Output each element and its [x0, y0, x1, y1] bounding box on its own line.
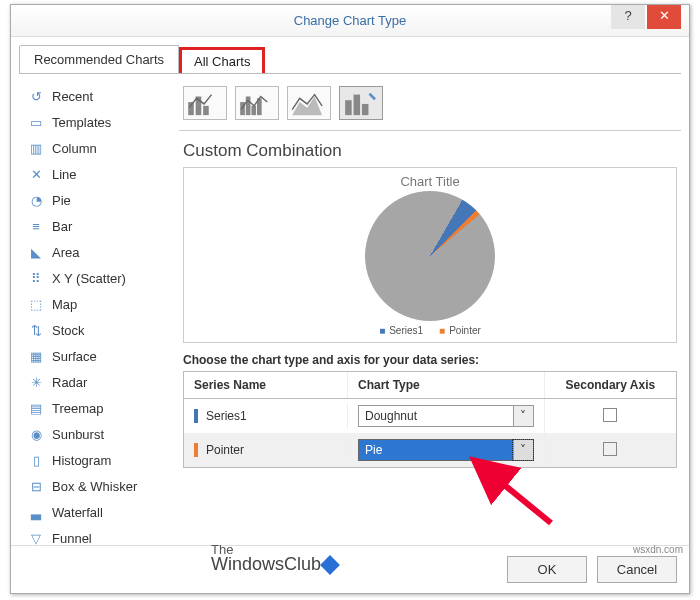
bar-icon: ≡ — [28, 218, 44, 234]
choose-label: Choose the chart type and axis for your … — [183, 353, 677, 367]
sidebar-item-label: Surface — [52, 349, 97, 364]
main-area: ↺Recent ▭Templates ▥Column ✕Line ◔Pie ≡B… — [11, 74, 689, 545]
sidebar-item-label: Column — [52, 141, 97, 156]
table-row: Pointer Pie ˅ — [184, 433, 676, 467]
secondary-axis-checkbox-pointer[interactable] — [603, 442, 617, 456]
chart-title: Chart Title — [190, 174, 670, 189]
svg-rect-0 — [188, 102, 194, 115]
pie-preview — [365, 191, 495, 321]
sidebar-item-label: Radar — [52, 375, 87, 390]
sunburst-icon: ◉ — [28, 426, 44, 442]
legend-pointer: Pointer — [439, 325, 481, 336]
combo-thumb-2[interactable] — [235, 86, 279, 120]
combo-thumb-custom[interactable] — [339, 86, 383, 120]
sidebar-item-scatter[interactable]: ⠿X Y (Scatter) — [20, 265, 170, 291]
funnel-icon: ▽ — [28, 530, 44, 545]
svg-rect-2 — [203, 106, 209, 115]
column-icon: ▥ — [28, 140, 44, 156]
svg-rect-4 — [246, 96, 251, 115]
sidebar-item-waterfall[interactable]: ▃Waterfall — [20, 499, 170, 525]
sidebar-item-label: Box & Whisker — [52, 479, 137, 494]
dropdown-value: Doughnut — [359, 406, 513, 426]
sidebar-item-histogram[interactable]: ▯Histogram — [20, 447, 170, 473]
sidebar-item-label: Stock — [52, 323, 85, 338]
scatter-icon: ⠿ — [28, 270, 44, 286]
ok-button[interactable]: OK — [507, 556, 587, 583]
treemap-icon: ▤ — [28, 400, 44, 416]
sidebar-item-bar[interactable]: ≡Bar — [20, 213, 170, 239]
stock-icon: ⇅ — [28, 322, 44, 338]
sidebar-item-sunburst[interactable]: ◉Sunburst — [20, 421, 170, 447]
sidebar-item-stock[interactable]: ⇅Stock — [20, 317, 170, 343]
sidebar-item-radar[interactable]: ✳Radar — [20, 369, 170, 395]
series-swatch-blue — [194, 409, 198, 423]
dialog-title: Change Chart Type — [294, 13, 407, 28]
sidebar-item-label: Funnel — [52, 531, 92, 546]
chart-category-sidebar: ↺Recent ▭Templates ▥Column ✕Line ◔Pie ≡B… — [19, 82, 171, 537]
chart-legend: Series1 Pointer — [190, 325, 670, 336]
waterfall-icon: ▃ — [28, 504, 44, 520]
sidebar-item-area[interactable]: ◣Area — [20, 239, 170, 265]
sidebar-item-label: X Y (Scatter) — [52, 271, 126, 286]
chart-type-dropdown-pointer[interactable]: Pie ˅ — [358, 439, 534, 461]
radar-icon: ✳ — [28, 374, 44, 390]
sidebar-item-label: Bar — [52, 219, 72, 234]
secondary-axis-cell — [545, 402, 676, 431]
series-swatch-orange — [194, 443, 198, 457]
legend-series1: Series1 — [379, 325, 423, 336]
sidebar-item-column[interactable]: ▥Column — [20, 135, 170, 161]
combo-thumb-1[interactable] — [183, 86, 227, 120]
table-header: Series Name Chart Type Secondary Axis — [184, 372, 676, 399]
sidebar-item-label: Waterfall — [52, 505, 103, 520]
secondary-axis-checkbox-series1[interactable] — [603, 408, 617, 422]
tabs: Recommended Charts All Charts — [11, 37, 689, 73]
line-icon: ✕ — [28, 166, 44, 182]
sidebar-item-box-whisker[interactable]: ⊟Box & Whisker — [20, 473, 170, 499]
secondary-axis-cell — [545, 436, 676, 465]
help-button[interactable]: ? — [611, 5, 645, 29]
chart-type-cell: Doughnut ˅ — [348, 399, 545, 433]
chart-type-dropdown-series1[interactable]: Doughnut ˅ — [358, 405, 534, 427]
series-name-cell: Pointer — [184, 437, 348, 464]
chart-type-cell: Pie ˅ — [348, 433, 545, 467]
sidebar-item-line[interactable]: ✕Line — [20, 161, 170, 187]
sidebar-item-label: Line — [52, 167, 77, 182]
sidebar-item-label: Pie — [52, 193, 71, 208]
sidebar-item-label: Treemap — [52, 401, 104, 416]
dialog-footer: OK Cancel — [11, 545, 689, 593]
sidebar-item-pie[interactable]: ◔Pie — [20, 187, 170, 213]
sidebar-item-label: Map — [52, 297, 77, 312]
sidebar-item-label: Area — [52, 245, 79, 260]
map-icon: ⬚ — [28, 296, 44, 312]
sidebar-item-surface[interactable]: ▦Surface — [20, 343, 170, 369]
table-row: Series1 Doughnut ˅ — [184, 399, 676, 433]
box-whisker-icon: ⊟ — [28, 478, 44, 494]
sidebar-item-templates[interactable]: ▭Templates — [20, 109, 170, 135]
sidebar-item-map[interactable]: ⬚Map — [20, 291, 170, 317]
histogram-icon: ▯ — [28, 452, 44, 468]
cancel-button[interactable]: Cancel — [597, 556, 677, 583]
sidebar-item-treemap[interactable]: ▤Treemap — [20, 395, 170, 421]
content-panel: Custom Combination Chart Title Series1 P… — [179, 82, 681, 537]
tab-all-charts[interactable]: All Charts — [179, 47, 265, 73]
close-button[interactable]: ✕ — [647, 5, 681, 29]
chevron-down-icon[interactable]: ˅ — [513, 440, 533, 460]
change-chart-type-dialog: Change Chart Type ? ✕ Recommended Charts… — [10, 4, 690, 594]
header-chart-type: Chart Type — [348, 372, 545, 398]
titlebar: Change Chart Type ? ✕ — [11, 5, 689, 37]
combo-thumb-3[interactable] — [287, 86, 331, 120]
sidebar-item-label: Recent — [52, 89, 93, 104]
recent-icon: ↺ — [28, 88, 44, 104]
svg-rect-9 — [354, 95, 361, 116]
sidebar-item-recent[interactable]: ↺Recent — [20, 83, 170, 109]
pie-icon: ◔ — [28, 192, 44, 208]
series-table: Series Name Chart Type Secondary Axis Se… — [183, 371, 677, 468]
svg-rect-10 — [362, 104, 369, 115]
sidebar-item-funnel[interactable]: ▽Funnel — [20, 525, 170, 545]
area-icon: ◣ — [28, 244, 44, 260]
surface-icon: ▦ — [28, 348, 44, 364]
svg-rect-5 — [251, 106, 256, 115]
chevron-down-icon[interactable]: ˅ — [513, 406, 533, 426]
tab-recommended-charts[interactable]: Recommended Charts — [19, 45, 179, 73]
dropdown-value: Pie — [359, 440, 513, 460]
